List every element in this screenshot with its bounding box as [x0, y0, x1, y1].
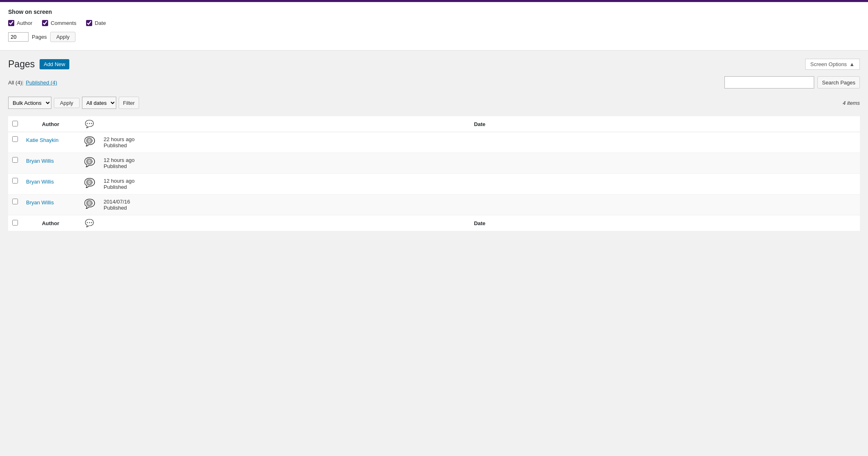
header-checkbox-col — [8, 116, 22, 132]
row-comments-3: 💬 0 — [79, 195, 100, 215]
bulk-actions-top: Bulk Actions Apply All dates Filter 4 it… — [8, 93, 860, 113]
row-date-3: 2014/07/16 Published — [100, 195, 860, 215]
row-date-2: 12 hours ago Published — [100, 174, 860, 195]
row-checkbox-0 — [8, 132, 22, 153]
bulk-row-top: Bulk Actions Apply All dates Filter 4 it… — [8, 97, 860, 109]
date-checkbox-label[interactable]: Date — [86, 20, 106, 26]
search-area: Search Pages — [724, 76, 860, 89]
date-filter-select[interactable]: All dates — [82, 97, 116, 109]
date-status-2: Published — [104, 184, 127, 190]
select-all-checkbox[interactable] — [12, 121, 18, 126]
filter-button[interactable]: Filter — [119, 97, 140, 109]
footer-checkbox-col — [8, 215, 22, 231]
date-main-0: 22 hours ago — [104, 136, 135, 142]
comment-bubble-wrap-3: 💬 0 — [84, 199, 95, 209]
date-main-1: 12 hours ago — [104, 157, 135, 163]
pages-table-wrapper: Author 💬 Date Katie Shaykin 💬 0 — [8, 116, 860, 231]
screen-options-apply-button[interactable]: Apply — [50, 32, 76, 42]
published-filter-link[interactable]: Published (4) — [26, 80, 57, 86]
all-label: All — [8, 80, 14, 86]
author-link-3[interactable]: Bryan Willis — [26, 199, 75, 207]
select-all-footer-checkbox[interactable] — [12, 220, 18, 226]
author-link-0[interactable]: Katie Shaykin — [26, 136, 75, 144]
row-date-1: 12 hours ago Published — [100, 153, 860, 174]
date-status-1: Published — [104, 163, 127, 169]
comment-count-1: 0 — [86, 158, 93, 165]
screen-options-toggle-button[interactable]: Screen Options ▲ — [805, 59, 860, 70]
bulk-actions-select[interactable]: Bulk Actions — [8, 97, 51, 109]
comment-count-2: 0 — [86, 179, 93, 186]
comment-count-3: 0 — [86, 200, 93, 206]
row-comments-2: 💬 0 — [79, 174, 100, 195]
row-author-3: Bryan Willis — [22, 195, 79, 215]
row-comments-1: 💬 0 — [79, 153, 100, 174]
table-row: Bryan Willis 💬 0 12 hours ago Published — [8, 153, 860, 174]
screen-options-toggle-label: Screen Options — [810, 61, 847, 67]
filter-separator: | — [22, 80, 23, 86]
date-checkbox[interactable] — [86, 20, 92, 26]
row-author-0: Katie Shaykin — [22, 132, 79, 153]
row-checkbox-2 — [8, 174, 22, 195]
author-checkbox[interactable] — [8, 20, 14, 26]
comment-bubble-header-icon: 💬 — [85, 120, 94, 128]
header-date-col: Date — [100, 116, 860, 132]
footer-author-col: Author — [22, 215, 79, 231]
row-comments-0: 💬 0 — [79, 132, 100, 153]
comments-checkbox-text: Comments — [51, 20, 76, 26]
comment-count-0: 0 — [86, 137, 93, 144]
date-status-3: Published — [104, 205, 127, 211]
pages-table: Author 💬 Date Katie Shaykin 💬 0 — [8, 116, 860, 231]
comment-bubble-footer-icon: 💬 — [85, 219, 94, 227]
row-date-0: 22 hours ago Published — [100, 132, 860, 153]
author-checkbox-label[interactable]: Author — [8, 20, 32, 26]
row-author-1: Bryan Willis — [22, 153, 79, 174]
bulk-apply-button[interactable]: Apply — [54, 98, 80, 108]
table-row: Bryan Willis 💬 0 2014/07/16 Published — [8, 195, 860, 215]
comments-checkbox-label[interactable]: Comments — [42, 20, 76, 26]
header-author-col: Author — [22, 116, 79, 132]
table-row: Katie Shaykin 💬 0 22 hours ago Published — [8, 132, 860, 153]
row-checkbox-3 — [8, 195, 22, 215]
table-row: Bryan Willis 💬 0 12 hours ago Published — [8, 174, 860, 195]
bulk-row-left: Bulk Actions Apply All dates Filter — [8, 97, 139, 109]
items-count: 4 items — [843, 100, 860, 106]
date-main-2: 12 hours ago — [104, 178, 135, 184]
page-header: Pages Add New Screen Options ▲ — [8, 59, 860, 70]
main-content: Pages Add New Screen Options ▲ All (4) |… — [0, 51, 868, 456]
comment-bubble-wrap-0: 💬 0 — [84, 136, 95, 147]
pages-per-row: 20 Pages Apply — [8, 32, 860, 42]
published-count: (4) — [51, 80, 57, 86]
row-checkbox-1 — [8, 153, 22, 174]
filter-links: All (4) | Published (4) — [8, 80, 59, 86]
table-footer-row: Author 💬 Date — [8, 215, 860, 231]
row-select-checkbox-2[interactable] — [12, 178, 18, 184]
all-filter-link[interactable]: All (4) — [8, 80, 22, 86]
table-nav: All (4) | Published (4) Search Pages — [8, 76, 860, 89]
screen-options-panel: Show on screen Author Comments Date 20 P… — [0, 2, 868, 51]
date-status-0: Published — [104, 142, 127, 148]
comments-checkbox[interactable] — [42, 20, 48, 26]
add-new-button[interactable]: Add New — [40, 59, 69, 69]
comment-bubble-wrap-1: 💬 0 — [84, 157, 95, 168]
published-label: Published — [26, 80, 49, 86]
row-select-checkbox-1[interactable] — [12, 157, 18, 163]
search-pages-button[interactable]: Search Pages — [817, 76, 860, 89]
date-checkbox-text: Date — [95, 20, 106, 26]
header-comments-col: 💬 — [79, 116, 100, 132]
table-header-row: Author 💬 Date — [8, 116, 860, 132]
author-link-2[interactable]: Bryan Willis — [26, 178, 75, 186]
footer-date-col: Date — [100, 215, 860, 231]
author-link-1[interactable]: Bryan Willis — [26, 157, 75, 165]
page-title: Pages — [8, 59, 35, 70]
all-count: (4) — [16, 80, 22, 86]
row-select-checkbox-0[interactable] — [12, 136, 18, 142]
comment-bubble-wrap-2: 💬 0 — [84, 178, 95, 188]
author-checkbox-text: Author — [17, 20, 32, 26]
chevron-up-icon: ▲ — [849, 61, 855, 67]
search-input[interactable] — [724, 76, 814, 89]
pages-per-screen-input[interactable]: 20 — [8, 32, 29, 42]
footer-comments-col: 💬 — [79, 215, 100, 231]
row-select-checkbox-3[interactable] — [12, 199, 18, 204]
row-author-2: Bryan Willis — [22, 174, 79, 195]
page-header-left: Pages Add New — [8, 59, 69, 70]
